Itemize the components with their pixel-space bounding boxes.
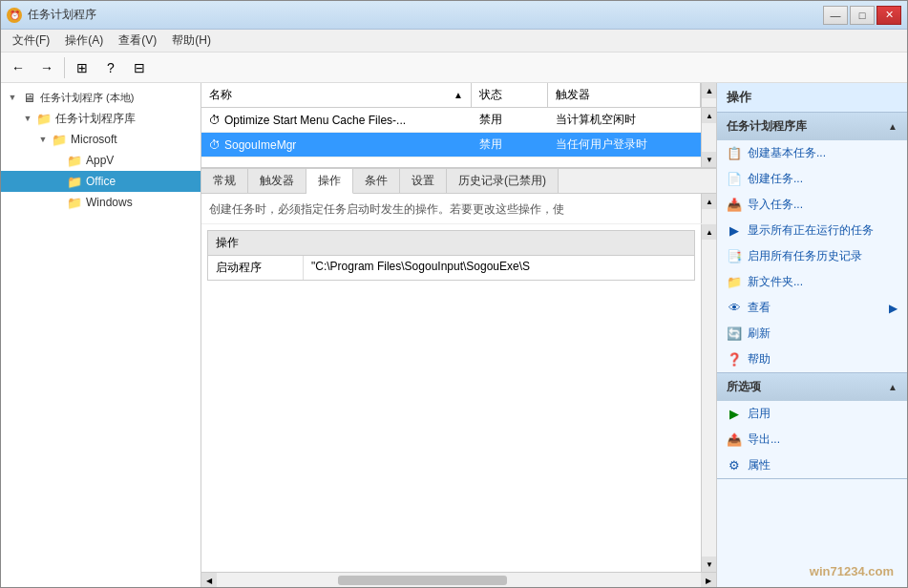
task-status-1: 禁用 (472, 108, 548, 132)
create-basic-icon: 📋 (727, 146, 742, 161)
action-enable-history[interactable]: 📑 启用所有任务历史记录 (717, 243, 907, 269)
right-panel-actions: 操作 任务计划程序库 ▲ 📋 创建基本任务... 📄 创建任务... 📥 (716, 83, 907, 587)
expand-windows: ▶ (51, 195, 66, 210)
refresh-icon: 🔄 (727, 326, 742, 342)
task-name-1: ⏱ Optimize Start Menu Cache Files-... (201, 110, 472, 131)
table-row[interactable]: ⏱ SogouImeMgr 禁用 当任何用户登录时 (201, 133, 701, 158)
h-scroll-left[interactable]: ◀ (201, 573, 217, 587)
help-button[interactable]: ? (97, 55, 124, 80)
minimize-button[interactable]: — (823, 6, 848, 25)
view-submenu-arrow: ▶ (889, 302, 897, 315)
create-task-icon: 📄 (727, 172, 742, 187)
new-folder-icon: 📁 (727, 275, 742, 290)
scroll-up-arrow[interactable]: ▲ (702, 83, 716, 98)
section-library-arrow: ▲ (888, 121, 897, 132)
tab-action[interactable]: 操作 (306, 169, 353, 194)
action-new-folder[interactable]: 📁 新文件夹... (717, 269, 907, 295)
tree-item-microsoft[interactable]: ▼ 📁 Microsoft (1, 129, 201, 150)
menu-action[interactable]: 操作(A) (57, 31, 111, 51)
action-enable[interactable]: ▶ 启用 (717, 401, 907, 427)
col-header-name[interactable]: 名称 ▲ (201, 83, 472, 107)
expand-office: ▶ (51, 174, 66, 189)
enable-icon: ▶ (727, 407, 742, 422)
detail-description: 创建任务时，必须指定任务启动时发生的操作。若要更改这些操作，使 (201, 194, 701, 223)
h-scroll-right[interactable]: ▶ (701, 573, 716, 587)
main-window: ⏰ 任务计划程序 — □ ✕ 文件(F) 操作(A) 查看(V) 帮助(H) ←… (0, 0, 908, 588)
action-view-submenu: 查看 ▶ (748, 300, 897, 316)
menu-help[interactable]: 帮助(H) (164, 31, 219, 51)
tab-settings[interactable]: 设置 (400, 169, 447, 193)
action-show-running-label: 显示所有正在运行的任务 (748, 222, 874, 239)
action-properties-label: 属性 (748, 457, 771, 473)
task-trigger-1: 当计算机空闲时 (548, 108, 701, 132)
expand-appv: ▶ (51, 153, 66, 168)
task-icon-1: ⏱ (209, 114, 221, 127)
action-import-task[interactable]: 📥 导入任务... (717, 192, 907, 218)
scroll-up-btn[interactable]: ▲ (702, 108, 716, 123)
actions-section-selected-title[interactable]: 所选项 ▲ (717, 373, 907, 401)
action-view[interactable]: 👁 查看 ▶ (717, 295, 907, 321)
tree-label-library: 任务计划程序库 (55, 111, 136, 127)
table-row[interactable]: ⏱ Optimize Start Menu Cache Files-... 禁用… (201, 108, 701, 133)
action-export[interactable]: 📤 导出... (717, 427, 907, 452)
action-create-task[interactable]: 📄 创建任务... (717, 166, 907, 192)
left-panel-tree: ▼ 🖥 任务计划程序 (本地) ▼ 📁 任务计划程序库 ▼ 📁 Microsof… (1, 83, 201, 587)
action-show-running[interactable]: ▶ 显示所有正在运行的任务 (717, 218, 907, 243)
action-refresh-label: 刷新 (748, 326, 771, 342)
detail-scroll-up[interactable]: ▲ (702, 224, 716, 240)
expand-microsoft: ▼ (35, 132, 51, 147)
main-content: ▼ 🖥 任务计划程序 (本地) ▼ 📁 任务计划程序库 ▼ 📁 Microsof… (1, 83, 907, 587)
detail-scroll-down[interactable]: ▼ (702, 556, 716, 572)
tree-item-library[interactable]: ▼ 📁 任务计划程序库 (1, 108, 201, 129)
expand-library: ▼ (20, 111, 35, 126)
forward-button[interactable]: → (33, 55, 60, 80)
tree-label-appv: AppV (86, 154, 114, 167)
action-refresh[interactable]: 🔄 刷新 (717, 321, 907, 346)
action-properties[interactable]: ⚙ 属性 (717, 452, 907, 478)
action-export-label: 导出... (748, 431, 780, 448)
tab-general[interactable]: 常规 (201, 169, 248, 193)
tab-conditions[interactable]: 条件 (353, 169, 400, 193)
desc-scroll-up[interactable]: ▲ (702, 194, 716, 209)
properties-icon: ⚙ (727, 458, 742, 473)
action-create-basic[interactable]: 📋 创建基本任务... (717, 140, 907, 166)
tabs-bar: 常规 触发器 操作 条件 设置 历史记录(已禁用) (201, 168, 716, 194)
menu-view[interactable]: 查看(V) (111, 31, 164, 51)
table-row[interactable]: 启动程序 "C:\Program Files\SogouInput\SogouE… (207, 256, 695, 281)
tree-item-windows[interactable]: ▶ 📁 Windows (1, 192, 201, 213)
scroll-down-btn[interactable]: ▼ (702, 152, 716, 167)
app-icon: ⏰ (7, 8, 22, 23)
title-bar-left: ⏰ 任务计划程序 (7, 7, 96, 23)
tree-item-root[interactable]: ▼ 🖥 任务计划程序 (本地) (1, 87, 201, 108)
tab-history[interactable]: 历史记录(已禁用) (447, 169, 559, 193)
col-header-status[interactable]: 状态 (472, 83, 548, 107)
section-selected-label: 所选项 (727, 379, 761, 395)
close-button[interactable]: ✕ (876, 6, 901, 25)
view-icon: 👁 (727, 301, 742, 316)
actions-section-library-title[interactable]: 任务计划程序库 ▲ (717, 113, 907, 140)
back-button[interactable]: ← (5, 55, 32, 80)
tree-label-office: Office (86, 175, 116, 188)
action-view-label: 查看 (748, 300, 771, 316)
h-scroll-track (217, 573, 701, 587)
action-help-label: 帮助 (748, 351, 771, 368)
action-enable-label: 启用 (748, 406, 771, 422)
task-list-scrollbar[interactable]: ▲ ▼ (701, 108, 716, 167)
tab-trigger[interactable]: 触发器 (248, 169, 306, 193)
show-button[interactable]: ⊞ (69, 55, 95, 80)
menu-file[interactable]: 文件(F) (5, 31, 57, 51)
detail-h-scrollbar: ◀ ▶ (201, 572, 716, 587)
action-import-task-label: 导入任务... (748, 197, 803, 213)
action-help[interactable]: ❓ 帮助 (717, 346, 907, 372)
col-header-trigger[interactable]: 触发器 (548, 83, 701, 107)
tree-item-appv[interactable]: ▶ 📁 AppV (1, 150, 201, 171)
col-trigger-label: 触发器 (556, 87, 590, 103)
task-name-2: ⏱ SogouImeMgr (201, 135, 472, 156)
export-button[interactable]: ⊟ (126, 55, 153, 80)
col-name-label: 名称 (209, 87, 232, 103)
tree-label-root: 任务计划程序 (本地) (40, 91, 134, 105)
maximize-button[interactable]: □ (850, 6, 875, 25)
appv-icon: 📁 (66, 152, 83, 169)
desc-scrollbar: ▲ (701, 194, 716, 223)
tree-item-office[interactable]: ▶ 📁 Office (1, 171, 201, 192)
